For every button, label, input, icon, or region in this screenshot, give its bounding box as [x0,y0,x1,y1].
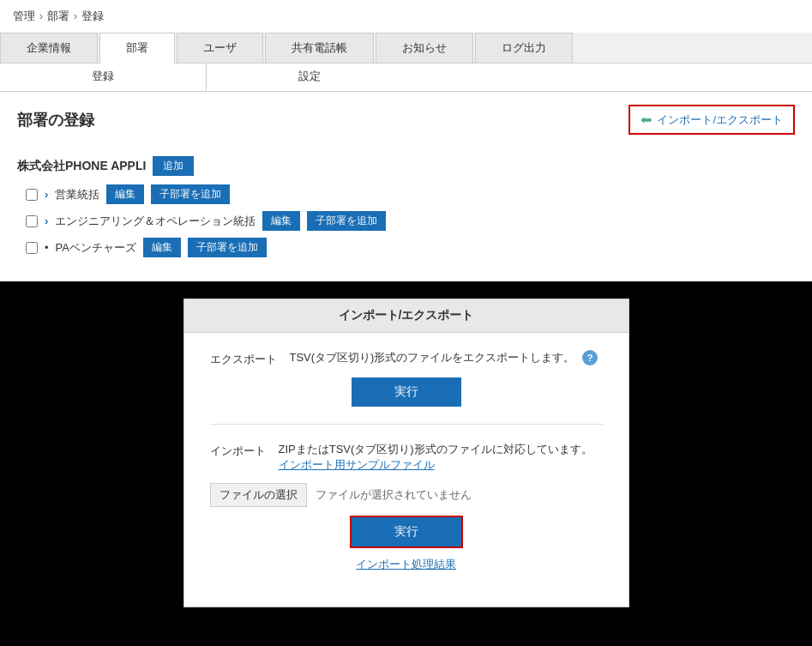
dept-bullet-icon-3: • [45,241,49,254]
tab-notice[interactable]: お知らせ [376,33,473,63]
dept-row-3: • PAベンチャーズ 編集 子部署を追加 [17,238,795,257]
breadcrumb-item-2: 部署 [47,9,69,24]
import-row: インポート ZIPまたはTSV(タブ区切り)形式のファイルに対応しています。 イ… [210,442,603,473]
dept-name-1: 営業統括 [55,187,99,202]
dept-name-2: エンジニアリング＆オペレーション統括 [55,214,256,229]
dept-checkbox-1[interactable] [26,189,38,201]
tab-shared-phonebook[interactable]: 共有電話帳 [265,33,374,63]
dept-arrow-icon-2: › [45,214,48,227]
subtab-register[interactable]: 登録 [0,63,206,91]
import-exec-button[interactable]: 実行 [350,516,463,548]
add-department-button[interactable]: 追加 [153,156,194,176]
modal-title: インポート/エクスポート [339,308,474,322]
breadcrumb-item-3: 登録 [81,9,104,24]
dept-row-1: › 営業統括 編集 子部署を追加 [17,184,795,204]
sub-tab-bar: 登録 設定 [0,63,812,92]
modal-overlay: インポート/エクスポート エクスポート TSV(タブ区切り)形式のファイルをエク… [0,281,812,633]
import-export-modal: インポート/エクスポート エクスポート TSV(タブ区切り)形式のファイルをエク… [183,299,629,607]
import-description: ZIPまたはTSV(タブ区切り)形式のファイルに対応しています。 [279,442,592,457]
dept-add-child-button-1[interactable]: 子部署を追加 [151,184,230,204]
dept-row-2: › エンジニアリング＆オペレーション統括 編集 子部署を追加 [17,211,795,231]
main-tab-bar: 企業情報 部署 ユーザ 共有電話帳 お知らせ ログ出力 [0,33,812,63]
import-desc-area: ZIPまたはTSV(タブ区切り)形式のファイルに対応しています。 インポート用サ… [279,442,592,473]
file-select-row: ファイルの選択 ファイルが選択されていません [210,483,603,507]
dept-add-child-button-3[interactable]: 子部署を追加 [188,238,267,257]
breadcrumb-sep-1: › [39,10,43,22]
page-title: 部署の登録 [17,110,94,130]
import-section: インポート ZIPまたはTSV(タブ区切り)形式のファイルに対応しています。 イ… [210,442,603,589]
import-sample-link[interactable]: インポート用サンプルファイル [279,458,435,471]
tab-department[interactable]: 部署 [99,33,175,63]
import-label: インポート [210,442,266,459]
import-export-arrow-icon: ⬅ [641,112,652,128]
dept-edit-button-1[interactable]: 編集 [106,184,144,204]
dept-edit-button-3[interactable]: 編集 [143,238,181,257]
dept-add-child-button-2[interactable]: 子部署を追加 [307,211,386,231]
import-result-link[interactable]: インポート処理結果 [210,557,603,572]
dept-checkbox-2[interactable] [26,215,38,227]
import-export-button[interactable]: ⬅ インポート/エクスポート [629,105,795,135]
import-export-label: インポート/エクスポート [657,112,783,128]
export-exec-button[interactable]: 実行 [352,377,461,407]
breadcrumb: 管理 › 部署 › 登録 [0,0,812,33]
file-name-display: ファイルが選択されていません [316,487,472,503]
modal-body: エクスポート TSV(タブ区切り)形式のファイルをエクスポートします。 ? 実行… [184,333,629,607]
top-area: 管理 › 部署 › 登録 企業情報 部署 ユーザ 共有電話帳 お知らせ ログ出力… [0,0,812,281]
breadcrumb-sep-2: › [74,10,77,22]
page-header: 部署の登録 ⬅ インポート/エクスポート [17,105,795,135]
breadcrumb-item-1: 管理 [13,9,35,24]
page-content: 部署の登録 ⬅ インポート/エクスポート 株式会社PHONE APPLI 追加 … [0,92,812,281]
company-name: 株式会社PHONE APPLI [17,159,146,174]
export-label: エクスポート [210,350,277,367]
tab-user[interactable]: ユーザ [177,33,263,63]
export-section: エクスポート TSV(タブ区切り)形式のファイルをエクスポートします。 ? 実行 [210,350,603,425]
dept-edit-button-2[interactable]: 編集 [262,211,300,231]
export-description: TSV(タブ区切り)形式のファイルをエクスポートします。 ? [290,350,603,365]
dept-checkbox-3[interactable] [26,242,38,254]
subtab-settings[interactable]: 設定 [206,63,412,91]
department-section: 株式会社PHONE APPLI 追加 › 営業統括 編集 子部署を追加 › エン… [17,152,795,269]
export-help-icon[interactable]: ? [582,350,598,365]
company-row: 株式会社PHONE APPLI 追加 [17,156,795,176]
modal-header: インポート/エクスポート [184,299,629,333]
tab-log-output[interactable]: ログ出力 [475,33,573,63]
export-row: エクスポート TSV(タブ区切り)形式のファイルをエクスポートします。 ? [210,350,603,367]
dept-name-3: PAベンチャーズ [56,240,136,256]
tab-company-info[interactable]: 企業情報 [0,33,98,63]
dept-arrow-icon-1: › [45,188,48,201]
file-select-button[interactable]: ファイルの選択 [210,483,307,507]
